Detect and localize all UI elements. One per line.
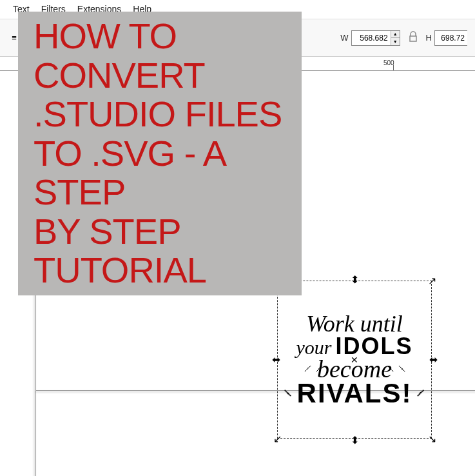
art-line1: Work until bbox=[306, 313, 403, 335]
overlay-line1: HOW TO CONVERT bbox=[34, 17, 286, 95]
overlay-line3: TO .SVG - A STEP bbox=[34, 134, 286, 212]
height-field[interactable] bbox=[435, 31, 467, 45]
width-step-down[interactable]: ▼ bbox=[391, 38, 400, 45]
overlay-line4: BY STEP TUTORIAL bbox=[34, 212, 286, 290]
art-line2a: your bbox=[296, 339, 331, 357]
rays-left-icon: ⟋⟋ bbox=[302, 363, 325, 374]
title-overlay: HOW TO CONVERT .STUDIO FILES TO .SVG - A… bbox=[18, 12, 302, 295]
overlay-line2: .STUDIO FILES bbox=[34, 95, 286, 134]
svg-artwork[interactable]: Work until your IDOLS ⟋⟋ become ⟍⟍ ⟍ RIV… bbox=[283, 286, 426, 433]
handle-top[interactable]: ⬍ bbox=[349, 273, 360, 285]
width-step-up[interactable]: ▲ bbox=[391, 31, 400, 38]
handle-left[interactable]: ⬌ bbox=[270, 354, 282, 366]
art-line3: ⟋⟋ become ⟍⟍ bbox=[317, 357, 392, 381]
width-group: W ▲ ▼ bbox=[340, 30, 400, 46]
height-group: H bbox=[426, 30, 467, 46]
handle-top-right[interactable]: ↗ bbox=[426, 275, 438, 286]
width-field[interactable] bbox=[352, 31, 391, 45]
width-label: W bbox=[340, 33, 348, 43]
art-line2b: IDOLS bbox=[335, 335, 412, 357]
rays-left2-icon: ⟍ bbox=[282, 388, 295, 399]
rays-right-icon: ⟍⟍ bbox=[384, 363, 407, 374]
art-line4: ⟍ RIVALS! ⟋ bbox=[297, 381, 412, 406]
rays-right2-icon: ⟋ bbox=[414, 388, 427, 399]
width-input[interactable]: ▲ ▼ bbox=[351, 30, 400, 46]
handle-bottom[interactable]: ⬍ bbox=[349, 434, 360, 446]
handle-right[interactable]: ⬌ bbox=[427, 354, 439, 366]
selection-box[interactable]: ↖ ↗ ↙ ↘ ⬍ ⬍ ⬌ ⬌ ✕ Work until your IDOLS … bbox=[277, 281, 432, 439]
handle-bottom-left[interactable]: ↙ bbox=[271, 433, 283, 444]
height-label: H bbox=[426, 33, 432, 43]
handle-bottom-right[interactable]: ↘ bbox=[426, 433, 438, 444]
lock-aspect-icon[interactable] bbox=[405, 31, 421, 45]
height-input[interactable] bbox=[434, 30, 467, 46]
